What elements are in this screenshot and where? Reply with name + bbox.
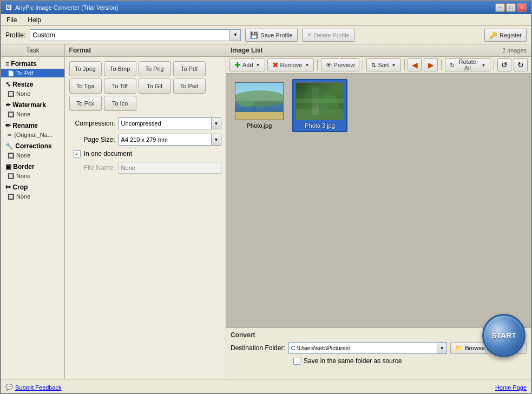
sidebar-section-border[interactable]: ▣ Border xyxy=(1,160,64,172)
rotate-all-icon: ↻ xyxy=(450,62,455,69)
to-pcx-button[interactable]: To Pcx xyxy=(69,96,102,111)
preview-button[interactable]: 👁 Preview xyxy=(321,58,359,71)
watermark-none-icon: 🔲 xyxy=(8,111,14,117)
image-toolbar: ✚ Add ▼ ✖ Remove ▼ 👁 Preview ⇅ Sort ▼ xyxy=(226,57,531,74)
sort-button[interactable]: ⇅ Sort ▼ xyxy=(366,58,400,71)
sidebar-section-watermark[interactable]: ✒ Watermark xyxy=(1,98,64,110)
to-psd-button[interactable]: To Psd xyxy=(173,78,206,94)
separator-3 xyxy=(404,60,405,70)
to-ico-button[interactable]: To Ico xyxy=(104,96,136,111)
task-header: Task xyxy=(1,44,64,57)
sidebar-item-corrections-none[interactable]: 🔲 None xyxy=(1,151,64,160)
sidebar-item-crop-none[interactable]: 🔲 None xyxy=(1,192,64,201)
menu-file[interactable]: File xyxy=(3,15,20,25)
photo2-label: Photo 3.jpg xyxy=(305,122,335,129)
page-size-label: Page Size: xyxy=(69,136,115,143)
to-tga-button[interactable]: To Tga xyxy=(69,78,102,94)
start-button[interactable]: START xyxy=(482,314,526,357)
in-one-doc-label: In one document xyxy=(84,150,132,157)
sidebar-section-corrections[interactable]: 🔧 Corrections xyxy=(1,139,64,151)
profile-select[interactable] xyxy=(30,29,230,41)
format-panel: Format To Jpeg To Bmp To Png To Pdf To T… xyxy=(65,44,226,379)
profile-bar: Profile: ▼ 💾 Save Profile ✕ Delete Profi… xyxy=(1,26,531,44)
svg-rect-2 xyxy=(235,112,283,120)
svg-point-4 xyxy=(238,98,254,107)
sidebar-item-rename-val[interactable]: ✏ {Original_Na... xyxy=(1,130,64,139)
arrow-right-icon: ▶ xyxy=(428,61,434,69)
to-gif-button[interactable]: To Gif xyxy=(139,78,171,94)
image-area: Photo.jpg xyxy=(226,74,531,327)
remove-button[interactable]: ✖ Remove ▼ xyxy=(267,58,314,71)
corrections-none-icon: 🔲 xyxy=(8,153,14,159)
save-same-checkbox[interactable] xyxy=(293,358,300,365)
in-one-doc-row: ✓ In one document xyxy=(69,150,221,157)
sidebar-item-watermark-none[interactable]: 🔲 None xyxy=(1,110,64,119)
compression-select-wrap: Uncompressed ▼ xyxy=(119,117,221,129)
close-button[interactable]: ✕ xyxy=(517,3,527,12)
profile-label: Profile: xyxy=(5,31,25,39)
arrow-left-icon: ◀ xyxy=(412,61,418,69)
sidebar-section-crop[interactable]: ✂ Crop xyxy=(1,180,64,192)
to-tiff-button[interactable]: To Tiff xyxy=(104,78,136,94)
maximize-button[interactable]: □ xyxy=(506,3,516,12)
page-size-select[interactable]: A4 210 x 279 mm xyxy=(119,134,212,146)
to-jpeg-button[interactable]: To Jpeg xyxy=(69,61,102,76)
compression-select[interactable]: Uncompressed xyxy=(119,117,212,129)
destination-input[interactable] xyxy=(288,342,437,354)
profile-dropdown-wrap: ▼ xyxy=(30,29,241,41)
ccw-rotate-button[interactable]: ↺ xyxy=(497,58,511,71)
to-pdf-button[interactable]: To Pdf xyxy=(173,61,206,76)
delete-profile-button[interactable]: ✕ Delete Profile xyxy=(302,29,354,42)
register-button[interactable]: 🔑 Register xyxy=(484,29,527,42)
rotate-all-button[interactable]: ↻ Rotate All ▼ xyxy=(445,58,490,71)
status-bar: 💬 Submit Feedback Home Page xyxy=(1,379,531,394)
rotate-all-dropdown-arrow: ▼ xyxy=(481,63,485,68)
checkbox-check: ✓ xyxy=(75,151,79,157)
page-size-select-wrap: A4 210 x 279 mm ▼ xyxy=(119,134,221,146)
svg-point-9 xyxy=(319,94,338,114)
to-bmp-button[interactable]: To Bmp xyxy=(104,61,136,76)
add-button[interactable]: ✚ Add ▼ xyxy=(229,58,265,71)
app-icon: 🖼 xyxy=(5,4,12,11)
arrow-right-button[interactable]: ▶ xyxy=(424,58,438,71)
save-same-label: Save in the same folder as source xyxy=(304,357,402,365)
file-name-row: File Name: xyxy=(69,162,221,174)
image-thumb-1[interactable]: Photo.jpg xyxy=(232,79,287,132)
save-profile-button[interactable]: 💾 Save Profile xyxy=(245,29,297,42)
sidebar-section-resize[interactable]: ⤡ Resize xyxy=(1,77,64,89)
minimize-button[interactable]: ─ xyxy=(495,3,505,12)
page-size-dropdown-arrow[interactable]: ▼ xyxy=(212,134,221,146)
remove-dropdown-arrow: ▼ xyxy=(305,63,310,68)
save-same-row: Save in the same folder as source xyxy=(231,357,527,365)
image-list-title: Image List xyxy=(231,47,262,54)
photo1-thumbnail xyxy=(235,82,284,120)
sidebar-item-border-none[interactable]: 🔲 None xyxy=(1,172,64,180)
file-name-label: File Name: xyxy=(69,164,115,172)
resize-icon: ⤡ xyxy=(5,81,11,88)
image-count: 2 images xyxy=(502,47,527,54)
sidebar-section-formats[interactable]: ≡ Formats xyxy=(1,57,64,69)
sidebar: Task ≡ Formats 📄 To Pdf ⤡ Resize 🔲 None … xyxy=(1,44,65,379)
photo1-svg xyxy=(235,82,283,120)
status-left: 💬 Submit Feedback xyxy=(5,384,62,391)
border-icon: ▣ xyxy=(5,163,11,170)
compression-dropdown-arrow[interactable]: ▼ xyxy=(212,117,221,129)
submit-feedback-link[interactable]: Submit Feedback xyxy=(15,384,62,391)
file-name-input[interactable] xyxy=(119,162,221,174)
image-thumb-2[interactable]: Photo 3.jpg xyxy=(292,79,347,132)
sidebar-item-to-pdf[interactable]: 📄 To Pdf xyxy=(1,69,64,77)
menu-help[interactable]: Help xyxy=(24,15,44,25)
sidebar-section-rename[interactable]: ✏ Rename xyxy=(1,119,64,130)
sort-icon: ⇅ xyxy=(371,62,376,69)
arrow-left-button[interactable]: ◀ xyxy=(408,58,422,71)
home-page-link[interactable]: Home Page xyxy=(495,384,527,391)
add-icon: ✚ xyxy=(234,61,241,69)
floppy-icon: 💾 xyxy=(250,31,258,39)
crop-none-icon: 🔲 xyxy=(8,194,14,200)
profile-dropdown-arrow[interactable]: ▼ xyxy=(230,29,241,41)
in-one-doc-checkbox[interactable]: ✓ xyxy=(74,150,81,157)
dest-dropdown-arrow[interactable]: ▼ xyxy=(437,342,447,354)
sidebar-item-resize-none[interactable]: 🔲 None xyxy=(1,89,64,98)
cw-rotate-button[interactable]: ↻ xyxy=(514,58,528,71)
to-png-button[interactable]: To Png xyxy=(139,61,171,76)
